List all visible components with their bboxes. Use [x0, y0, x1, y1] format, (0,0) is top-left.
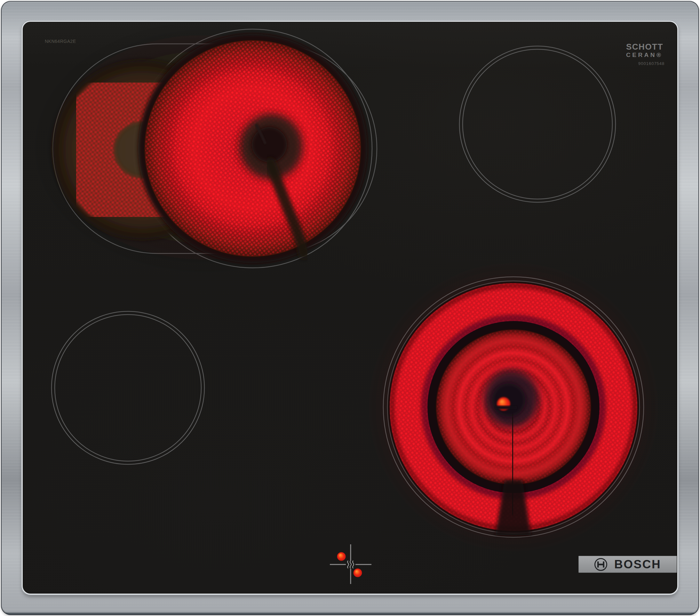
- bosch-armature-icon: [594, 557, 608, 571]
- schott-ceran-logo: SCHOTT CERAN®: [626, 42, 663, 58]
- serial-number-label: 9001607548: [638, 61, 664, 66]
- bosch-wordmark: BOSCH: [614, 558, 661, 571]
- schott-ceran-logo-line1: SCHOTT: [626, 42, 663, 51]
- schott-ceran-logo-line2: CERAN®: [626, 52, 663, 58]
- ceramic-glass-surface: [23, 22, 677, 594]
- model-number-label: NKN64RGA2E: [45, 39, 76, 44]
- bosch-badge: BOSCH: [578, 556, 677, 573]
